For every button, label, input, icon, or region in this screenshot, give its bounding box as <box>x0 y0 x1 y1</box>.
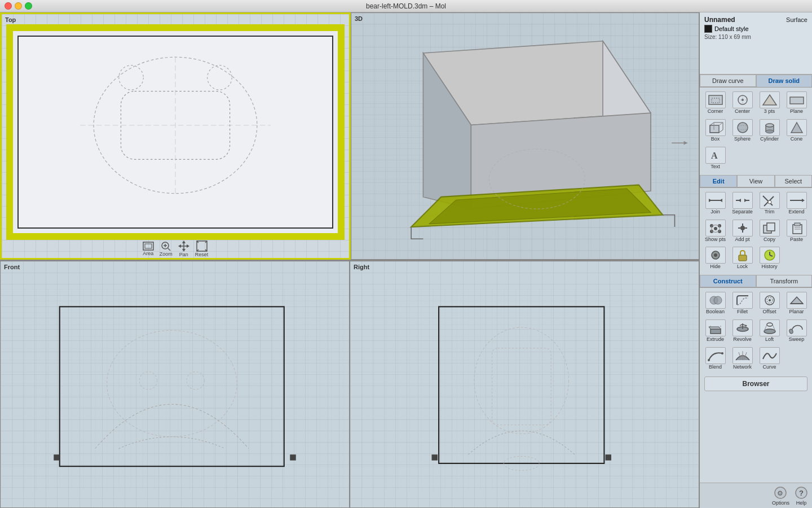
tool-history[interactable]: History <box>757 245 783 271</box>
tool-3pts[interactable]: 3 pts <box>757 90 783 116</box>
tool-offset[interactable]: Offset <box>757 290 783 317</box>
tool-copy-label: Copy <box>764 237 775 243</box>
vp-front-label: Front <box>4 264 20 270</box>
tool-cone-label: Cone <box>791 137 803 142</box>
viewport-right[interactable]: Right <box>350 261 699 508</box>
tab-draw-curve[interactable]: Draw curve <box>700 75 756 87</box>
tool-hide[interactable]: Hide <box>703 245 729 271</box>
svg-point-114 <box>767 323 773 326</box>
area-control[interactable]: Area <box>143 242 154 256</box>
tool-sweep[interactable]: Sweep <box>784 318 810 344</box>
tool-extend-label: Extend <box>788 209 804 215</box>
tab-edit[interactable]: Edit <box>700 175 737 187</box>
tool-network[interactable]: Network <box>730 345 756 372</box>
close-button[interactable] <box>5 2 12 10</box>
tab-view[interactable]: View <box>737 175 774 187</box>
svg-rect-33 <box>1 289 349 490</box>
options-button[interactable]: ⚙ Options <box>772 485 789 506</box>
zoom-control[interactable]: Zoom <box>160 241 173 257</box>
browser-button[interactable]: Browser <box>704 376 807 391</box>
front-sketch <box>1 271 349 507</box>
svg-rect-39 <box>290 454 295 460</box>
reset-control[interactable]: Reset <box>195 240 209 257</box>
svg-rect-46 <box>606 454 611 460</box>
help-button[interactable]: ? Help <box>794 485 809 506</box>
tool-lock[interactable]: Lock <box>730 245 756 271</box>
draw-tabs: Draw curve Draw solid <box>700 75 812 87</box>
svg-point-59 <box>738 122 748 133</box>
vp-3d-label: 3D <box>355 15 363 22</box>
tool-showpts-label: Show pts <box>705 237 726 243</box>
pan-control[interactable]: Pan <box>178 240 189 257</box>
tool-sweep-label: Sweep <box>789 337 805 343</box>
tool-corner[interactable]: Corner <box>703 90 729 116</box>
minimize-button[interactable] <box>15 2 22 10</box>
tab-construct[interactable]: Construct <box>700 275 756 287</box>
window-controls[interactable] <box>5 2 32 10</box>
svg-marker-53 <box>763 95 776 105</box>
viewport-front[interactable]: Front <box>0 261 350 508</box>
prop-style-label: Default style <box>714 25 749 32</box>
edit-tabs: Edit View Select <box>700 175 812 188</box>
tool-copy[interactable]: Copy <box>757 218 783 244</box>
tool-plane-label: Plane <box>790 109 803 115</box>
tool-sphere[interactable]: Sphere <box>730 117 756 144</box>
svg-point-115 <box>764 329 775 334</box>
tool-box[interactable]: Box <box>703 117 729 144</box>
tool-cylinder[interactable]: Cylinder <box>757 117 783 144</box>
options-label: Options <box>772 500 789 506</box>
tool-boolean[interactable]: Boolean <box>703 290 729 317</box>
tool-cylinder-label: Cylinder <box>760 137 779 142</box>
svg-point-119 <box>708 359 710 361</box>
tool-text[interactable]: A Text <box>703 145 729 172</box>
tool-extrude[interactable]: Extrude <box>703 318 729 344</box>
tool-show-pts[interactable]: Show pts <box>703 218 729 244</box>
tool-planar[interactable]: Planar <box>784 290 810 317</box>
svg-point-104 <box>769 299 771 301</box>
tab-transform[interactable]: Transform <box>756 275 813 287</box>
svg-rect-91 <box>795 223 800 226</box>
tool-join[interactable]: Join <box>703 190 729 217</box>
tab-select[interactable]: Select <box>775 175 812 187</box>
tool-curve-label: Curve <box>762 365 776 370</box>
svg-marker-72 <box>744 199 747 202</box>
prop-name: Unnamed <box>704 16 735 24</box>
tab-draw-solid[interactable]: Draw solid <box>756 75 813 87</box>
tool-fillet[interactable]: Fillet <box>730 290 756 317</box>
svg-point-4 <box>119 65 143 90</box>
prop-type: Surface <box>786 16 807 23</box>
tool-cone[interactable]: Cone <box>784 117 810 144</box>
tool-separate[interactable]: Separate <box>730 190 756 217</box>
tool-loft[interactable]: Loft <box>757 318 783 344</box>
tool-revolve[interactable]: Revolve <box>730 318 756 344</box>
svg-point-95 <box>714 253 717 257</box>
tool-center[interactable]: Center <box>730 90 756 116</box>
svg-marker-113 <box>745 325 747 327</box>
tool-paste-label: Paste <box>790 237 803 243</box>
viewport-3d[interactable]: 3D <box>351 12 699 260</box>
svg-marker-105 <box>791 297 803 304</box>
tool-blend[interactable]: Blend <box>703 345 729 372</box>
svg-marker-17 <box>187 244 189 248</box>
tool-join-label: Join <box>710 209 720 215</box>
viewport-top[interactable]: Top <box>0 12 351 260</box>
style-color-swatch <box>704 25 712 33</box>
tool-plane[interactable]: Plane <box>784 90 810 116</box>
tool-hide-label: Hide <box>710 264 721 270</box>
svg-rect-89 <box>767 223 775 231</box>
window-title: bear-left-MOLD.3dm – Mol <box>366 2 446 10</box>
svg-text:⚙: ⚙ <box>777 489 783 497</box>
tool-curve[interactable]: Curve <box>757 345 783 372</box>
maximize-button[interactable] <box>25 2 32 10</box>
tool-extend[interactable]: Extend <box>784 190 810 217</box>
svg-text:A: A <box>711 151 718 160</box>
svg-rect-55 <box>710 125 719 133</box>
prop-size: Size: 110 x 69 mm <box>704 34 807 40</box>
tool-revolve-label: Revolve <box>733 337 752 343</box>
tool-paste[interactable]: Paste <box>784 218 810 244</box>
tool-history-label: History <box>761 264 777 270</box>
tool-add-pt[interactable]: Add pt <box>730 218 756 244</box>
svg-point-118 <box>788 329 793 334</box>
tool-boolean-label: Boolean <box>706 309 725 315</box>
tool-trim[interactable]: Trim <box>757 190 783 217</box>
